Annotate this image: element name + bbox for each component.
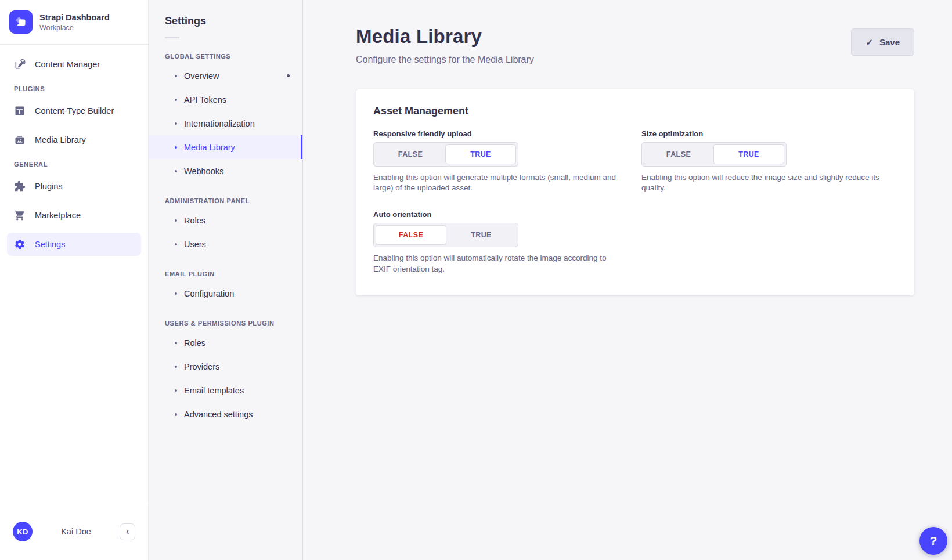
subnav-item-api-tokens[interactable]: API Tokens: [149, 88, 302, 111]
toggle-false-button[interactable]: FALSE: [376, 144, 445, 164]
size-optimization-toggle: FALSE TRUE: [641, 142, 787, 167]
main-sidebar: Strapi Dashboard Workplace Content Manag…: [0, 0, 149, 560]
sidebar-item-label: Media Library: [35, 135, 86, 144]
subnav-item-admin-roles[interactable]: Roles: [149, 208, 302, 232]
subnav-item-label: API Tokens: [184, 95, 226, 104]
sidebar-item-plugins[interactable]: Plugins: [7, 175, 141, 198]
strapi-logo-icon: [9, 10, 33, 34]
settings-subnav: Settings GLOBAL SETTINGS Overview API To…: [149, 0, 303, 560]
subnav-item-email-configuration[interactable]: Configuration: [149, 281, 302, 305]
subnav-item-label: Roles: [184, 338, 205, 348]
sidebar-section-general: GENERAL: [14, 161, 134, 168]
shopping-cart-icon: [14, 209, 26, 221]
main-content: Media Library Configure the settings for…: [303, 0, 952, 560]
subnav-item-label: Overview: [184, 71, 219, 81]
layout-grid-icon: [14, 105, 26, 117]
puzzle-icon: [14, 180, 26, 192]
subnav-section-users-permissions-plugin: USERS & PERMISSIONS PLUGIN: [165, 320, 286, 327]
app-title: Strapi Dashboard: [39, 12, 110, 23]
subnav-item-advanced-settings[interactable]: Advanced settings: [149, 402, 302, 426]
notification-dot-icon: [287, 74, 290, 77]
toggle-true-button[interactable]: TRUE: [446, 225, 516, 245]
subnav-item-label: Webhooks: [184, 167, 223, 176]
collapse-sidebar-button[interactable]: ‹: [120, 523, 135, 540]
subnav-title: Settings: [165, 15, 286, 27]
subnav-divider: [165, 37, 179, 38]
check-icon: ✓: [866, 37, 873, 48]
sidebar-item-label: Content Manager: [35, 60, 100, 69]
toggle-false-button[interactable]: FALSE: [644, 144, 713, 164]
bullet-icon: [175, 219, 177, 222]
bullet-icon: [175, 146, 177, 149]
bullet-icon: [175, 342, 177, 344]
toggle-false-button[interactable]: FALSE: [376, 225, 446, 245]
bullet-icon: [175, 122, 177, 125]
subnav-item-internationalization[interactable]: Internationalization: [149, 111, 302, 135]
subnav-item-label: Users: [184, 240, 206, 249]
field-size-optimization: Size optimization FALSE TRUE Enabling th…: [641, 129, 897, 193]
subnav-item-webhooks[interactable]: Webhooks: [149, 159, 302, 183]
subnav-item-media-library[interactable]: Media Library: [149, 135, 302, 159]
bullet-icon: [175, 170, 177, 172]
bullet-icon: [175, 413, 177, 416]
sidebar-item-label: Plugins: [35, 182, 63, 191]
subnav-item-overview[interactable]: Overview: [149, 64, 302, 88]
sidebar-item-settings[interactable]: Settings: [7, 233, 141, 256]
toggle-true-button[interactable]: TRUE: [445, 144, 516, 164]
sidebar-item-media-library[interactable]: Media Library: [7, 128, 141, 151]
gear-icon: [14, 239, 26, 250]
bullet-icon: [175, 99, 177, 101]
bullet-icon: [175, 366, 177, 368]
field-responsive-friendly-upload: Responsive friendly upload FALSE TRUE En…: [373, 129, 629, 193]
subnav-item-label: Media Library: [184, 143, 235, 152]
subnav-item-label: Configuration: [184, 289, 234, 298]
bullet-icon: [175, 75, 177, 77]
field-hint: Enabling this option will reduce the ima…: [641, 172, 890, 193]
sidebar-item-content-type-builder[interactable]: Content-Type Builder: [7, 99, 141, 122]
brand: Strapi Dashboard Workplace: [0, 0, 148, 45]
brand-text: Strapi Dashboard Workplace: [39, 12, 110, 32]
subnav-item-providers[interactable]: Providers: [149, 355, 302, 378]
feather-pen-icon: [14, 59, 26, 70]
sidebar-item-label: Marketplace: [35, 211, 81, 220]
field-label: Auto orientation: [373, 210, 629, 219]
bullet-icon: [175, 389, 177, 392]
workspace-name: Workplace: [39, 24, 110, 32]
subnav-item-label: Roles: [184, 216, 205, 225]
sidebar-item-label: Content-Type Builder: [35, 106, 114, 115]
subnav-item-label: Providers: [184, 362, 219, 371]
avatar[interactable]: KD: [13, 522, 33, 541]
subnav-item-email-templates[interactable]: Email templates: [149, 378, 302, 402]
subnav-item-label: Internationalization: [184, 119, 255, 128]
sidebar-footer: KD Kai Doe ‹: [0, 503, 148, 560]
sidebar-section-plugins: PLUGINS: [14, 85, 134, 92]
subnav-section-email-plugin: EMAIL PLUGIN: [165, 270, 286, 277]
sidebar-item-label: Settings: [35, 240, 65, 249]
sidebar-item-marketplace[interactable]: Marketplace: [7, 204, 141, 227]
sidebar-nav: Content Manager PLUGINS Content-Type Bui…: [0, 45, 148, 256]
chevron-left-icon: ‹: [126, 526, 129, 536]
field-hint: Enabling this option will automatically …: [373, 253, 622, 274]
save-button-label: Save: [879, 37, 900, 47]
image-icon: [14, 134, 26, 146]
subnav-item-up-roles[interactable]: Roles: [149, 331, 302, 355]
responsive-friendly-upload-toggle: FALSE TRUE: [373, 142, 518, 167]
auto-orientation-toggle: FALSE TRUE: [373, 223, 518, 247]
subnav-section-global-settings: GLOBAL SETTINGS: [165, 53, 286, 60]
bullet-icon: [175, 292, 177, 295]
subnav-item-label: Advanced settings: [184, 410, 253, 419]
save-button[interactable]: ✓ Save: [851, 28, 914, 56]
subnav-section-administration-panel: ADMINISTRATION PANEL: [165, 197, 286, 204]
subnav-item-label: Email templates: [184, 386, 244, 395]
help-button[interactable]: ?: [919, 527, 947, 555]
field-hint: Enabling this option will generate multi…: [373, 172, 622, 193]
subnav-item-admin-users[interactable]: Users: [149, 232, 302, 256]
user-name: Kai Doe: [33, 527, 120, 536]
fields-grid: Responsive friendly upload FALSE TRUE En…: [373, 129, 897, 274]
field-label: Responsive friendly upload: [373, 129, 629, 138]
question-mark-icon: ?: [930, 534, 937, 548]
toggle-true-button[interactable]: TRUE: [713, 144, 784, 164]
bullet-icon: [175, 243, 177, 245]
sidebar-item-content-manager[interactable]: Content Manager: [7, 53, 141, 76]
field-label: Size optimization: [641, 129, 897, 138]
